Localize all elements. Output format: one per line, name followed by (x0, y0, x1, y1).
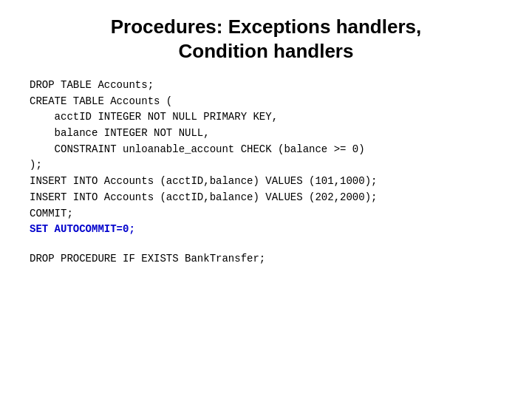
code-spacer (30, 238, 510, 251)
title-line-1: Procedures: Exceptions handlers, (111, 15, 421, 39)
code-line-9: COMMIT; (30, 206, 510, 222)
code-line-3: acctID INTEGER NOT NULL PRIMARY KEY, (30, 109, 510, 126)
code-line-7: INSERT INTO Accounts (acctID,balance) VA… (30, 174, 510, 190)
code-block: DROP TABLE Accounts; CREATE TABLE Accoun… (22, 78, 510, 267)
slide-title: Procedures: Exceptions handlers, Conditi… (111, 15, 421, 63)
code-line-5: CONSTRAINT unloanable_account CHECK (bal… (30, 142, 510, 158)
code-line-4: balance INTEGER NOT NULL, (30, 126, 510, 142)
code-line-drop-procedure: DROP PROCEDURE IF EXISTS BankTransfer; (30, 251, 510, 267)
code-line-6: ); (30, 157, 510, 174)
code-line-2: CREATE TABLE Accounts ( (30, 94, 510, 110)
code-line-1: DROP TABLE Accounts; (30, 78, 510, 94)
code-line-10: SET AUTOCOMMIT=0; (30, 222, 510, 238)
title-line-2: Condition handlers (111, 39, 421, 64)
code-line-8: INSERT INTO Accounts (acctID,balance) VA… (30, 190, 510, 206)
